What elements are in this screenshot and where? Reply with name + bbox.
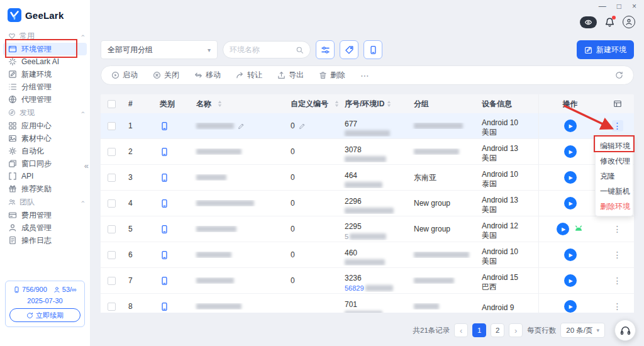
next-page-button[interactable]: › xyxy=(509,323,523,337)
row-checkbox[interactable] xyxy=(101,199,122,208)
table-row[interactable]: 5 0 2295 5 New group Android 12美国 ▶ ⋮ xyxy=(101,216,634,242)
table-row[interactable]: 2 0 3078 Android 13美国 ▶ ⋮ xyxy=(101,139,634,165)
menu-item-change-proxy[interactable]: 修改代理 xyxy=(596,153,633,169)
toolbar-start-button[interactable]: 启动 xyxy=(111,70,138,81)
minimize-button[interactable]: — xyxy=(599,2,606,11)
toolbar-export-button[interactable]: 导出 xyxy=(277,70,304,81)
sort-icon[interactable]: ▲▼ xyxy=(335,100,338,108)
env-group xyxy=(408,277,475,284)
column-header-custom[interactable]: 自定义编号▲▼ xyxy=(284,94,338,113)
env-search-input[interactable] xyxy=(230,45,292,54)
device-filter-button[interactable] xyxy=(364,40,382,59)
table-row[interactable]: 7 0 3236 56829 Android 15巴西 ▶ ⋮ xyxy=(101,268,634,294)
app-logo-text: GeeLark xyxy=(25,10,64,21)
table-row[interactable]: 4 0 2296 New group Android 13美国 ▶ ⋮ xyxy=(101,191,634,216)
sidebar-item-new-environment[interactable]: 新建环境 xyxy=(3,68,87,81)
new-environment-button[interactable]: 新建环境 xyxy=(577,40,634,59)
sidebar-item-operation-logs[interactable]: 操作日志 xyxy=(3,234,87,247)
sidebar-item-geelark-ai[interactable]: GeeLark AI xyxy=(3,55,87,68)
menu-item-edit-environment[interactable]: 编辑环境 xyxy=(596,138,633,153)
column-header-name[interactable]: 名称▲▼ xyxy=(190,94,284,113)
table-row[interactable]: 3 0 464 东南亚 Android 10泰国 ▶ ⋮ xyxy=(101,165,634,191)
start-phone-button[interactable]: ▶ xyxy=(564,300,577,313)
sidebar-item-app-center[interactable]: 应用中心 xyxy=(3,120,87,132)
close-button[interactable]: × xyxy=(632,2,636,11)
sidebar-section-favorites[interactable]: 常用› xyxy=(0,29,90,43)
row-more-cell: ⋮ xyxy=(601,242,633,267)
notifications-button[interactable] xyxy=(604,17,615,28)
row-checkbox[interactable] xyxy=(101,303,122,311)
env-name xyxy=(190,174,284,181)
sidebar-item-automation[interactable]: 自动化 xyxy=(3,145,87,157)
toolbar-delete-button[interactable]: 删除 xyxy=(319,70,345,81)
table-row[interactable]: 8 701 Android 9 ▶ ⋮ xyxy=(101,294,634,313)
tag-filter-button[interactable] xyxy=(340,40,358,59)
group-filter-select[interactable]: 全部可用分组 ▾ xyxy=(101,40,218,59)
sort-icon[interactable]: ▲▼ xyxy=(387,100,391,108)
menu-item-one-click-new-phone[interactable]: 一键新机 xyxy=(596,184,633,199)
select-all-checkbox[interactable] xyxy=(101,94,122,113)
browser-mode-button[interactable] xyxy=(580,16,597,28)
row-checkbox[interactable] xyxy=(101,225,122,233)
account-avatar[interactable] xyxy=(623,16,635,28)
device-info: Android 13美国 xyxy=(475,141,538,163)
env-group: New group xyxy=(408,199,475,208)
serial-env-id: 464 xyxy=(338,167,408,188)
row-checkbox[interactable] xyxy=(101,251,122,259)
refresh-button[interactable] xyxy=(615,71,623,79)
table-row[interactable]: 6 0 460 Android 10美国 ▶ ⋮ xyxy=(101,242,634,268)
row-checkbox[interactable] xyxy=(101,277,122,285)
support-button[interactable] xyxy=(614,320,636,341)
row-checkbox[interactable] xyxy=(101,174,122,182)
menu-item-delete-environment[interactable]: 删除环境 xyxy=(596,199,633,214)
column-header-serial[interactable]: 序号/环境ID▲▼ xyxy=(338,94,408,113)
column-settings-button[interactable] xyxy=(601,94,633,113)
sidebar-section-discover[interactable]: 发现› xyxy=(0,106,90,120)
row-more-button[interactable]: ⋮ xyxy=(612,120,623,131)
toolbar-move-button[interactable]: 移动 xyxy=(194,70,221,81)
pencil-icon xyxy=(299,123,306,130)
row-more-button[interactable]: ⋮ xyxy=(612,249,623,260)
start-phone-button[interactable]: ▶ xyxy=(564,145,577,158)
start-phone-button[interactable]: ▶ xyxy=(564,171,577,184)
sidebar-item-window-sync[interactable]: 窗口同步 xyxy=(3,157,87,170)
maximize-button[interactable]: □ xyxy=(617,2,621,11)
cloud-phone-category xyxy=(153,199,190,208)
sidebar-item-billing[interactable]: 费用管理 xyxy=(3,209,87,221)
row-more-button[interactable]: ⋮ xyxy=(612,223,623,235)
sidebar-item-proxy-management[interactable]: 代理管理 xyxy=(3,93,87,106)
sidebar-section-team[interactable]: 团队› xyxy=(0,195,90,209)
toolbar-more-button[interactable]: ⋯ xyxy=(360,70,369,81)
page-2-button[interactable]: 2 xyxy=(491,323,504,337)
row-checkbox[interactable] xyxy=(101,148,122,156)
filter-settings-button[interactable] xyxy=(316,40,335,59)
row-checkbox[interactable] xyxy=(101,122,122,130)
search-icon[interactable] xyxy=(296,46,304,54)
start-phone-button[interactable]: ▶ xyxy=(564,248,577,261)
transfer-icon xyxy=(236,71,244,79)
toolbar-close-button[interactable]: 关闭 xyxy=(153,70,179,81)
row-more-button[interactable]: ⋮ xyxy=(612,275,623,286)
renew-button[interactable]: 立即续期 xyxy=(9,308,80,322)
start-phone-button[interactable]: ▶ xyxy=(564,197,577,209)
table-row[interactable]: 1 0 677 Android 10美国 ▶ ⋮ xyxy=(101,113,634,139)
page-size-select[interactable]: 20 条/页 ▾ xyxy=(560,323,605,338)
start-phone-button[interactable]: ▶ xyxy=(564,120,577,132)
row-more-button[interactable]: ⋮ xyxy=(612,301,623,312)
sidebar-item-referral-rewards[interactable]: 推荐奖励 xyxy=(3,182,87,195)
env-group: New group xyxy=(408,225,475,233)
sidebar-item-env-management[interactable]: 环境管理 xyxy=(3,43,87,55)
sidebar-item-group-management[interactable]: 分组管理 xyxy=(3,81,87,93)
top-icons xyxy=(580,16,635,28)
sidebar-collapse-icon[interactable]: « xyxy=(84,161,89,170)
page-1-button[interactable]: 1 xyxy=(472,323,486,337)
sidebar-item-material-center[interactable]: 素材中心 xyxy=(3,132,87,145)
sort-icon[interactable]: ▲▼ xyxy=(218,100,222,108)
start-phone-button[interactable]: ▶ xyxy=(564,274,577,287)
prev-page-button[interactable]: ‹ xyxy=(454,323,468,337)
sidebar-item-member-management[interactable]: 成员管理 xyxy=(3,221,87,234)
start-phone-button[interactable]: ▶ xyxy=(557,223,569,235)
toolbar-transfer-button[interactable]: 转让 xyxy=(236,70,262,81)
sidebar-item-api[interactable]: API xyxy=(3,170,87,182)
menu-item-clone[interactable]: 克隆 xyxy=(596,169,633,184)
